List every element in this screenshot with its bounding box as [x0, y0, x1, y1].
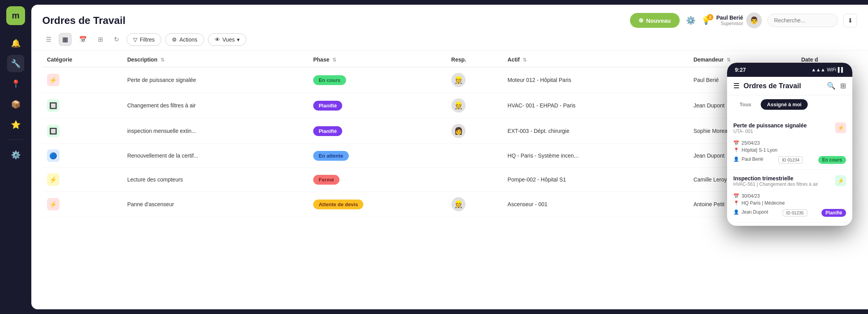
phase-badge: Fermé	[313, 175, 339, 185]
row-category: ⚡	[42, 67, 123, 93]
mobile-list-item[interactable]: Perte de puissance signalée UTA- 001 ⚡ 📅…	[727, 117, 852, 170]
sidebar: m 🔔 🔧 📍 📦 ⭐ ⚙️	[0, 0, 31, 314]
row-category: 🔲	[42, 118, 123, 144]
new-button[interactable]: ⊕ Nouveau	[630, 13, 679, 28]
mobile-item-subtitle: UTA- 001	[733, 129, 807, 134]
filter-icon: ▽	[133, 36, 137, 43]
row-description: Perte de puissance signalée	[123, 67, 309, 93]
row-resp: 👷	[447, 192, 503, 217]
col-actif: Actif ⇅	[503, 51, 689, 67]
phase-badge: En cours	[313, 75, 346, 85]
mobile-item-person-row: 👤 Jean Dupont	[733, 209, 768, 215]
header: Ordres de Travail ⊕ Nouveau ⚙️ 💡 3 Paul …	[31, 5, 868, 28]
app-logo[interactable]: m	[6, 6, 25, 25]
mobile-id-badge: ID 01235	[783, 209, 807, 216]
notification-icon[interactable]: 💡 3	[701, 16, 711, 25]
row-phase: Planifié	[309, 118, 447, 144]
mobile-item-person: Jean Dupont	[742, 209, 768, 215]
sidebar-item-gauge[interactable]: ⚙️	[7, 146, 24, 163]
sidebar-item-star[interactable]: ⭐	[7, 116, 24, 133]
mobile-tab-tous[interactable]: Tous	[733, 99, 758, 110]
row-category: ⚡	[42, 192, 123, 217]
sidebar-item-bell[interactable]: 🔔	[7, 34, 24, 52]
plus-icon: ⊕	[639, 17, 644, 24]
user-role: Supervisor	[716, 21, 743, 26]
toolbar: ☰ ▦ 📅 ⊞ ↻ ▽ Filtres ⚙ Actions 👁 Vues ▾	[31, 28, 868, 51]
mobile-item-person: Paul Berié	[742, 156, 763, 162]
mobile-item-date-row: 📅 30/04/23	[733, 193, 846, 199]
mobile-item-location-row: 📍 Hôpital| S-1 Lyon	[733, 147, 846, 153]
mobile-phase-badge: Planifié	[821, 209, 846, 217]
actions-button[interactable]: ⚙ Actions	[165, 33, 204, 46]
mobile-search-icon[interactable]: 🔍	[827, 82, 836, 90]
sidebar-divider	[8, 140, 23, 140]
sidebar-item-location[interactable]: 📍	[7, 75, 24, 93]
col-categorie: Catégorie	[42, 51, 123, 67]
mobile-list-item[interactable]: Inspection trimestrielle HVAC-561 | Chan…	[727, 170, 852, 223]
mobile-item-icon: ⚡	[835, 122, 846, 133]
sidebar-item-box[interactable]: 📦	[7, 96, 24, 113]
mobile-item-location: HQ Paris | Médecine	[742, 200, 785, 206]
mobile-item-person-row: 👤 Paul Berié	[733, 156, 763, 162]
phase-badge: Planifié	[313, 126, 342, 136]
resp-avatar: 👷	[451, 197, 466, 211]
row-category: 🔲	[42, 93, 123, 118]
mobile-list: Perte de puissance signalée UTA- 001 ⚡ 📅…	[727, 114, 852, 226]
category-icon: 🔲	[47, 125, 60, 137]
settings-icon[interactable]: ⚙️	[686, 16, 696, 25]
row-category: 🔵	[42, 144, 123, 168]
view-calendar-icon[interactable]: 📅	[76, 33, 90, 46]
row-resp: 👩	[447, 118, 503, 144]
notification-badge: 3	[707, 14, 713, 20]
view-kanban-icon[interactable]: ⊞	[94, 33, 106, 46]
phase-badge: En attente	[313, 151, 349, 161]
user-name: Paul Berié	[716, 15, 743, 21]
row-phase: Planifié	[309, 93, 447, 118]
row-actif: HQ - Paris - Système incen...	[503, 144, 689, 168]
chevron-down-icon: ▾	[237, 36, 240, 43]
avatar: 👨	[746, 13, 762, 28]
vues-button[interactable]: 👁 Vues ▾	[208, 33, 246, 46]
mobile-item-location: Hôpital| S-1 Lyon	[742, 147, 777, 153]
phase-badge: Attente de devis	[313, 200, 363, 209]
row-description: Panne d'ascenseur	[123, 192, 309, 217]
user-info: Paul Berié Supervisor 👨	[716, 13, 762, 28]
mobile-item-icon: ⚡	[835, 175, 846, 186]
mobile-tabs: Tous Assigné à moi	[727, 95, 852, 114]
mobile-status-icons: ▲▲▲WiFi▌▌	[811, 67, 845, 73]
mobile-qr-icon[interactable]: ⊞	[840, 82, 846, 90]
mobile-notch: 9:27 ▲▲▲WiFi▌▌	[727, 63, 852, 77]
row-phase: En attente	[309, 144, 447, 168]
row-actif: Pompe-002 - Hôpital S1	[503, 168, 689, 192]
mobile-item-title: Inspection trimestrielle	[733, 175, 818, 182]
col-description: Description ⇅	[123, 51, 309, 67]
view-refresh-icon[interactable]: ↻	[110, 33, 123, 46]
resp-avatar: 👷	[451, 73, 466, 87]
mobile-item-subtitle: HVAC-561 | Changement des filtres à air	[733, 182, 818, 187]
mobile-item-date-row: 📅 25/04/23	[733, 140, 846, 146]
view-list-icon[interactable]: ☰	[42, 33, 55, 46]
mobile-item-location-row: 📍 HQ Paris | Médecine	[733, 200, 846, 206]
mobile-title: Ordres de Travail	[743, 82, 801, 90]
row-description: Changement des filtres à air	[123, 93, 309, 118]
row-phase: Attente de devis	[309, 192, 447, 217]
location-icon: 📍	[733, 200, 739, 206]
header-right: ⚙️ 💡 3 Paul Berié Supervisor 👨 ⬇	[686, 13, 857, 28]
filters-button[interactable]: ▽ Filtres	[126, 33, 161, 46]
mobile-overlay: 9:27 ▲▲▲WiFi▌▌ ☰ Ordres de Travail 🔍 ⊞ T…	[727, 63, 852, 226]
category-icon: ⚡	[47, 74, 60, 86]
person-icon: 👤	[733, 156, 739, 162]
search-input[interactable]	[767, 14, 838, 27]
download-button[interactable]: ⬇	[843, 14, 857, 27]
row-actif: Ascenseur - 001	[503, 192, 689, 217]
row-actif: Moteur 012 - Hôpital Paris	[503, 67, 689, 93]
view-grid-icon[interactable]: ▦	[59, 33, 72, 46]
row-description: Lecture des compteurs	[123, 168, 309, 192]
row-phase: En cours	[309, 67, 447, 93]
mobile-tab-assigne[interactable]: Assigné à moi	[761, 99, 808, 110]
mobile-phase-badge: En cours	[818, 156, 846, 164]
sidebar-item-wrench[interactable]: 🔧	[7, 55, 24, 72]
mobile-menu-icon[interactable]: ☰	[733, 82, 740, 90]
category-icon: ⚡	[47, 198, 60, 211]
row-description: Renouvellement de la certif...	[123, 144, 309, 168]
